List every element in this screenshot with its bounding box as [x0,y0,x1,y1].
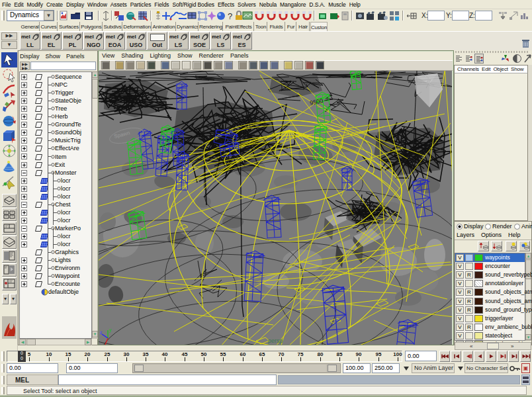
svg-text:y: y [109,328,112,333]
svg-text:?: ? [228,11,232,21]
svg-text:z: z [100,330,103,335]
svg-text:persp: persp [268,337,283,344]
